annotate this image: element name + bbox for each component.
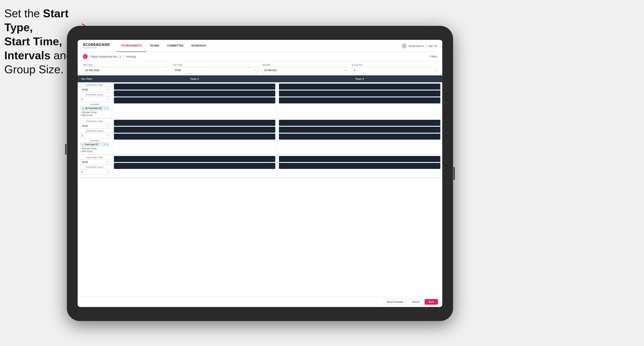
close-x-3-3[interactable]: ✕ <box>273 136 274 138</box>
breadcrumb-tournament[interactable]: Clippd Invitational (Mo...) <box>90 55 121 58</box>
course-expand-1[interactable]: ▾ <box>107 107 108 109</box>
close-x-4-1[interactable]: ✕ <box>438 122 440 124</box>
group-grid-3: STARTING TIME: STARTING HOLE: 1210 <box>78 155 442 177</box>
nav-item-tournaments[interactable]: TOURNAMENTS <box>117 40 146 52</box>
group-size-group: Group Size 3 2 4 <box>352 64 437 73</box>
team2-cell-1: ○ ✕ ○ ✕ ○ ✕ <box>277 82 442 118</box>
nav-item-committee[interactable]: COMMITTEE <box>163 40 188 52</box>
nav-item-rankings[interactable]: RANKINGS <box>188 40 210 52</box>
start-type-label: Start Type <box>83 64 168 66</box>
logo-subtitle: Powered by clippd <box>83 47 110 49</box>
breadcrumb-separator: > <box>122 54 124 58</box>
logo-area: SCOREBOARD Powered by clippd <box>83 43 110 49</box>
starting-time-input-2[interactable] <box>80 123 110 129</box>
save-button[interactable]: Save <box>424 299 438 305</box>
add-group-link-2[interactable]: + Add Group <box>80 150 110 153</box>
user-avatar <box>402 43 407 48</box>
nav-item-teams[interactable]: TEAMS <box>146 40 163 52</box>
course-expand-2[interactable]: ▾ <box>107 143 108 146</box>
breadcrumb-bar: C Clippd Invitational (Mo...) > Hosting … <box>78 52 442 61</box>
start-time-input[interactable] <box>172 67 258 73</box>
team1-cell-2: ○ ✕ ○ ✕ ○ ✕ <box>112 119 277 154</box>
start-type-select[interactable]: 1st Tee Start Shotgun Start <box>83 67 168 73</box>
close-x-2-1[interactable]: ✕ <box>438 86 440 88</box>
player-row-2-2: ○ ✕ <box>279 90 440 97</box>
sign-out-link[interactable]: Sign out <box>428 45 437 47</box>
action-links-1: ○ Remove Group + Add Group <box>80 111 110 116</box>
starting-time-label-2: STARTING TIME: <box>80 120 110 122</box>
expand-icon-4-1: ○ <box>436 122 437 124</box>
controls-row: Start Type 1st Tee Start Shotgun Start S… <box>78 61 442 75</box>
remove-group-link-2[interactable]: ○ Remove Group <box>80 147 110 150</box>
group-row-1: STARTING TIME: STARTING HOLE: 1210 COURS… <box>78 82 442 119</box>
add-group-link-1[interactable]: + Add Group <box>80 114 110 116</box>
user-info: blair@clippd.io | Sign out <box>402 43 437 48</box>
close-x-4-2[interactable]: ✕ <box>438 129 440 131</box>
starting-hole-select-2[interactable]: 1210 <box>80 133 110 138</box>
player-row-3-2: ○ ✕ <box>114 127 275 133</box>
back-button[interactable]: < Back <box>429 55 437 58</box>
close-x-6-1[interactable]: ✕ <box>438 158 440 160</box>
starting-hole-select-1[interactable]: 1210 <box>80 97 110 102</box>
start-type-select-wrapper: 1st Tee Start Shotgun Start <box>83 67 168 73</box>
time-input-wrap-1 <box>80 87 110 92</box>
group-size-label: Group Size <box>352 64 437 66</box>
close-x-1-3[interactable]: ✕ <box>273 99 274 101</box>
player-row-6-1: ○ ✕ <box>279 156 440 162</box>
expand-icon-4-2: ○ <box>436 129 437 131</box>
starting-hole-label-2: STARTING HOLE: <box>80 130 110 132</box>
close-x-3-2[interactable]: ✕ <box>273 129 274 131</box>
start-time-label: Start Time <box>172 64 258 66</box>
intervals-select[interactable]: 10 Minutes 8 Minutes 12 Minutes <box>262 67 348 73</box>
expand-icon-6-1: ○ <box>436 158 437 160</box>
close-x-6-2[interactable]: ✕ <box>438 165 440 167</box>
player-row-5-2: ○ ✕ <box>114 163 275 169</box>
tee-sheet-table: Tee Time Team 1 Team 2 STARTING TIME: ST… <box>78 75 442 297</box>
reset-changes-button[interactable]: Reset Changes <box>384 299 406 305</box>
group-size-select[interactable]: 3 2 4 <box>352 67 437 73</box>
player-row-4-1: ○ ✕ <box>279 120 440 126</box>
starting-hole-label-1: STARTING HOLE: <box>80 94 110 96</box>
close-x-5-1[interactable]: ✕ <box>273 158 274 160</box>
player-row-6-2: ○ ✕ <box>279 163 440 169</box>
close-x-3-1[interactable]: ✕ <box>273 122 274 124</box>
starting-time-input-3[interactable] <box>80 159 110 165</box>
course-label-1: COURSE: <box>80 103 110 106</box>
group-row-3: STARTING TIME: STARTING HOLE: 1210 <box>78 155 442 178</box>
course-remove-2[interactable]: ✕ <box>104 143 106 146</box>
group-size-select-wrapper: 3 2 4 <box>352 67 437 73</box>
remove-group-link-1[interactable]: ○ Remove Group <box>80 111 110 114</box>
tablet-side-button <box>454 167 455 180</box>
col-header-team2: Team 2 <box>277 75 442 82</box>
group-grid-2: STARTING TIME: STARTING HOLE: 1210 COURS… <box>78 119 442 154</box>
nav-items: TOURNAMENTS TEAMS COMMITTEE RANKINGS <box>117 40 402 52</box>
course-badge-2: 🏌 East Lake GC ✕ ▾ <box>80 142 110 147</box>
hole-select-wrap-3: 1210 <box>80 169 110 174</box>
expand-icon-2-3: ○ <box>436 99 437 101</box>
expand-icon-3-2: ○ <box>271 129 272 131</box>
expand-icon-1-3: ○ <box>271 99 272 101</box>
course-badge-1: ⛳ (A) Peachtree GC ✕ ▾ <box>80 106 110 110</box>
player-row-1-2: ○ ✕ <box>114 90 275 97</box>
starting-time-input-1[interactable] <box>80 87 110 92</box>
bottom-action-bar: Reset Changes Cancel Save <box>78 297 442 307</box>
group-row-2: STARTING TIME: STARTING HOLE: 1210 COURS… <box>78 119 442 155</box>
user-email: blair@clippd.io <box>408 45 424 47</box>
starting-time-label-1: STARTING TIME: <box>80 84 110 86</box>
starting-hole-select-3[interactable]: 1210 <box>80 169 110 174</box>
close-x-2-2[interactable]: ✕ <box>438 92 440 95</box>
team2-cell-3: ○ ✕ ○ ✕ <box>277 155 442 177</box>
nav-separator: | <box>426 45 427 47</box>
hole-select-wrap-1: 1210 <box>80 97 110 102</box>
course-label-2: COURSE: <box>80 140 110 142</box>
close-x-1-1[interactable]: ✕ <box>273 86 274 88</box>
course-remove-1[interactable]: ✕ <box>104 107 106 109</box>
close-x-1-2[interactable]: ✕ <box>273 92 274 95</box>
cancel-button[interactable]: Cancel <box>408 299 422 305</box>
close-x-4-3[interactable]: ✕ <box>438 136 440 138</box>
course-icon-1: ⛳ <box>82 107 84 109</box>
course-name-2: East Lake GC <box>85 143 98 146</box>
close-x-5-2[interactable]: ✕ <box>273 165 274 167</box>
left-panel-3: STARTING TIME: STARTING HOLE: 1210 <box>78 155 112 177</box>
close-x-2-3[interactable]: ✕ <box>438 99 440 101</box>
